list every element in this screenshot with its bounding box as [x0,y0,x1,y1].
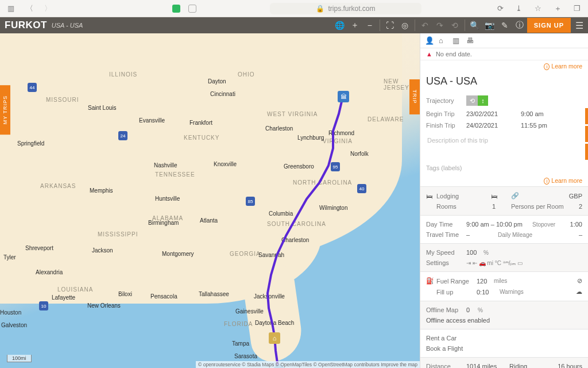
description-field[interactable]: Description of this trip [426,135,582,161]
info-icon[interactable]: ⓘ [512,17,527,33]
trajectory-oneway-icon[interactable]: ↕ [478,95,488,106]
edit-icon[interactable]: ✎ [497,17,512,33]
search-icon[interactable]: 🔍 [467,17,482,33]
trip-subtitle: USA - USA [52,22,83,29]
travel-value[interactable]: – [466,231,498,238]
city-label: Greensboro [284,163,314,170]
map-attribution: © openrouteservice © Stadia Maps © OpenM… [196,361,420,368]
privacy-shield-icon[interactable] [188,5,196,13]
signup-button[interactable]: SIGN UP [527,18,571,33]
address-bar[interactable]: 🔒 trips.furkot.com [270,3,421,14]
redo-icon[interactable]: ↷ [432,17,447,33]
undo-icon[interactable]: ↶ [417,17,432,33]
begin-date[interactable]: 23/02/2021 [466,110,521,117]
route-waypoint-marker[interactable]: ⌂ [269,332,280,344]
menu-icon[interactable]: ☰ [571,20,588,31]
travel-label: Travel Time [426,231,466,238]
globe-icon[interactable]: 🌐 [332,17,347,33]
persons-value[interactable]: 2 [566,203,582,210]
state-label: KENTUCKY [184,135,219,141]
city-label: Springfield [17,140,44,147]
bed-icon: 🛏 [426,193,436,200]
mileage-value[interactable]: – [550,231,582,238]
notebook-icon[interactable]: ▥ [452,36,462,45]
fuel-disabled-icon[interactable]: ⊘ [507,277,582,285]
replay-icon[interactable]: ⟲ [447,17,462,33]
new-tab-icon[interactable]: ＋ [552,3,563,14]
fuel-range-label: Fuel Range [436,278,477,285]
fillup-value[interactable]: 0:10 [477,289,500,296]
trajectory-toggle[interactable]: ⟲ ↕ [466,95,488,106]
interstate-shield-icon: 85 [246,197,255,206]
offline-enabled-text: Offline access enabled [426,317,490,324]
city-label: Houston [0,309,21,316]
tags-field[interactable]: Tags (labels) [426,164,582,171]
daytime-value[interactable]: 9:00 am – 10:00 pm [466,221,532,228]
state-label: MISSISSIPPI [98,231,138,237]
app-logo[interactable]: FURKOT [0,20,52,31]
zoom-in-icon[interactable]: ＋ [347,17,362,33]
print-icon[interactable]: 🖶 [466,36,475,45]
finish-time[interactable]: 11:55 pm [521,122,547,129]
book-flight-link[interactable]: Book a Flight [426,343,582,354]
sidebar-toggle-icon[interactable]: ▥ [6,3,16,14]
state-label: FLORIDA [224,321,253,327]
fillup-label: Fill up [436,289,477,296]
map-canvas[interactable]: MISSOURIILLINOISOHIOKENTUCKYWEST VIRGINI… [0,33,420,368]
city-label: Evansville [139,117,165,124]
alert-no-end-date: ▲ No end date. [420,48,588,60]
finish-date[interactable]: 24/02/2021 [466,122,521,129]
riding-value: 16 hours [541,363,582,368]
city-label: Tallahassee [199,291,229,297]
city-label: Birmingham [148,220,179,226]
trajectory-loop-icon[interactable]: ⟲ [466,95,478,106]
learn-more-link[interactable]: i Learn more [544,63,582,70]
tabs-icon[interactable]: ❐ [572,3,582,14]
settings-icons[interactable]: ⇥ ⇤ 🚗 mi °C ᵃᵐ/ₚₘ ▭ [466,260,523,266]
city-label: Dayton [208,78,226,85]
learn-more-link[interactable]: i Learn more [544,177,582,184]
fuel-range-value[interactable]: 120 [477,278,494,285]
url-host: trips.furkot.com [328,5,375,13]
rooms-value[interactable]: 1 [477,203,511,210]
city-label: Richmond [328,130,354,136]
trip-panel: 👤 ⌂ ▥ 🖶 ▲ No end date. i Learn more USA … [420,33,588,368]
lodging-label: Lodging [436,193,477,200]
fullscreen-icon[interactable]: ⛶ [382,17,397,33]
nav-forward-icon[interactable]: 〉 [42,3,53,14]
person-icon[interactable]: 👤 [425,36,434,45]
lodging-type-icon[interactable]: 🛏 [477,193,511,200]
city-label: Alexandria [36,269,63,275]
camera-icon[interactable]: 📷 [482,17,497,33]
city-label: Wilmington [319,205,347,211]
state-label: SOUTH CAROLINA [267,221,326,227]
cloud-icon[interactable]: ☁ [524,288,582,296]
browser-chrome: ▥ 〈 〉 🔒 trips.furkot.com ⟳ ⤓ ☆ ＋ ❐ [0,0,588,17]
city-label: Tampa [232,340,249,347]
home-icon[interactable]: ⌂ [439,36,448,45]
link-icon[interactable]: 🔗 [511,192,566,200]
warnings-label: Warnings [500,289,524,295]
target-icon[interactable]: ◎ [397,17,412,33]
nav-back-icon[interactable]: 〈 [24,3,34,14]
city-label: Galveston [1,322,27,328]
city-label: Charleston [265,125,293,132]
rent-car-link[interactable]: Rent a Car [426,333,582,343]
my-trips-tab[interactable]: MY TRIPS [0,85,10,135]
extension-badge-icon[interactable] [172,5,180,13]
bookmark-icon[interactable]: ☆ [533,3,543,14]
panel-drawer-handles[interactable] [585,108,588,160]
trip-title[interactable]: USA - USA [420,72,588,93]
zoom-out-icon[interactable]: − [362,17,377,33]
speed-value[interactable]: 100 [466,249,483,256]
download-icon[interactable]: ⤓ [513,3,524,14]
currency-value[interactable]: GBP [566,193,582,200]
stopover-value[interactable]: 1:00 [564,221,582,228]
city-label: Savannah [258,252,284,258]
interstate-shield-icon: 10 [39,301,48,310]
trip-tab[interactable]: TRIP [409,79,420,114]
route-start-marker[interactable]: 🏛 [338,91,349,102]
begin-time[interactable]: 9:00 am [521,110,544,117]
fuel-unit: miles [494,278,507,284]
reload-icon[interactable]: ⟳ [495,3,505,14]
